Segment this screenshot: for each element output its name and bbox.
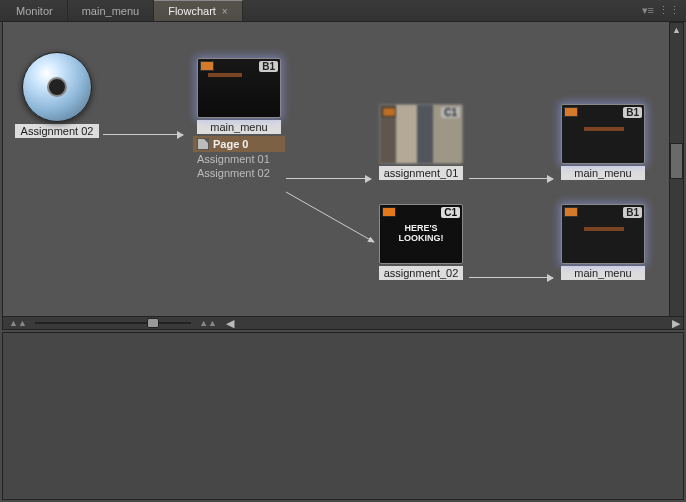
badge: C1 — [441, 107, 460, 118]
node-label: main_menu — [561, 166, 645, 180]
node-label: Assignment 02 — [15, 124, 99, 138]
zoom-track[interactable] — [35, 322, 191, 324]
flowchart-panel: Assignment 02 B1 main_menu Page 0 Assign… — [2, 22, 684, 330]
node-end-main-menu-1[interactable]: B1 main_menu — [561, 104, 645, 180]
node-thumbnail: C1 — [379, 104, 463, 164]
node-thumbnail: B1 — [197, 58, 281, 118]
tab-flowchart[interactable]: Flowchart × — [154, 0, 243, 21]
scroll-track[interactable] — [237, 317, 669, 329]
zoom-thumb[interactable] — [147, 318, 159, 328]
page-icon — [197, 138, 209, 150]
tab-monitor[interactable]: Monitor — [2, 0, 68, 21]
tab-main-menu[interactable]: main_menu — [68, 0, 154, 21]
button-link-2[interactable]: Assignment 02 — [193, 166, 285, 180]
vertical-scrollbar[interactable]: ▲ ▼ — [669, 22, 684, 330]
connector — [103, 134, 183, 135]
connector — [286, 192, 381, 254]
zoom-in-icon[interactable]: ▲▲ — [199, 318, 217, 328]
timeline-type-icon — [382, 107, 396, 117]
connector — [469, 277, 553, 278]
scroll-left-icon[interactable]: ◀ — [223, 317, 237, 330]
panel-menu-icon[interactable]: ▾≡ — [642, 4, 654, 17]
tab-bar: Monitor main_menu Flowchart × ▾≡ ⋮⋮ — [0, 0, 686, 22]
node-assignment-2[interactable]: C1 HERE'S LOOKING! assignment_02 — [379, 204, 463, 280]
page-row[interactable]: Page 0 — [193, 136, 285, 152]
menu-type-icon — [200, 61, 214, 71]
lower-panel — [2, 332, 684, 500]
node-disc[interactable]: Assignment 02 — [15, 52, 99, 138]
badge: B1 — [623, 207, 642, 218]
timeline-type-icon — [382, 207, 396, 217]
node-label: main_menu — [561, 266, 645, 280]
thumb-text: HERE'S LOOKING! — [380, 224, 462, 244]
tab-label: Flowchart — [168, 5, 216, 17]
connector — [286, 178, 371, 179]
panel-grip-icon[interactable]: ⋮⋮ — [658, 4, 680, 17]
tab-label: Monitor — [16, 5, 53, 17]
node-end-main-menu-2[interactable]: B1 main_menu — [561, 204, 645, 280]
menu-type-icon — [564, 107, 578, 117]
tabbar-actions: ▾≡ ⋮⋮ — [642, 0, 684, 21]
zoom-slider[interactable]: ▲▲ ▲▲ — [3, 318, 223, 328]
horizontal-scrollbar[interactable]: ▲▲ ▲▲ ◀ ▶ — [2, 316, 684, 330]
button-link-1[interactable]: Assignment 01 — [193, 152, 285, 166]
connector — [469, 178, 553, 179]
tab-label: main_menu — [82, 5, 139, 17]
badge: B1 — [623, 107, 642, 118]
node-main-menu[interactable]: B1 main_menu Page 0 Assignment 01 Assign… — [193, 58, 285, 180]
scroll-up-icon[interactable]: ▲ — [672, 23, 681, 37]
node-label: assignment_02 — [379, 266, 463, 280]
node-label: main_menu — [197, 120, 281, 134]
node-thumbnail: C1 HERE'S LOOKING! — [379, 204, 463, 264]
badge: C1 — [441, 207, 460, 218]
close-icon[interactable]: × — [222, 6, 228, 17]
node-thumbnail: B1 — [561, 204, 645, 264]
node-assignment-1[interactable]: C1 assignment_01 — [379, 104, 463, 180]
badge: B1 — [259, 61, 278, 72]
page-label: Page 0 — [213, 138, 248, 150]
node-label: assignment_01 — [379, 166, 463, 180]
scroll-right-icon[interactable]: ▶ — [669, 317, 683, 330]
disc-icon — [22, 52, 92, 122]
zoom-out-icon[interactable]: ▲▲ — [9, 318, 27, 328]
svg-line-0 — [286, 192, 374, 242]
scroll-thumb[interactable] — [670, 143, 683, 179]
node-thumbnail: B1 — [561, 104, 645, 164]
menu-type-icon — [564, 207, 578, 217]
flowchart-canvas[interactable]: Assignment 02 B1 main_menu Page 0 Assign… — [3, 22, 683, 329]
